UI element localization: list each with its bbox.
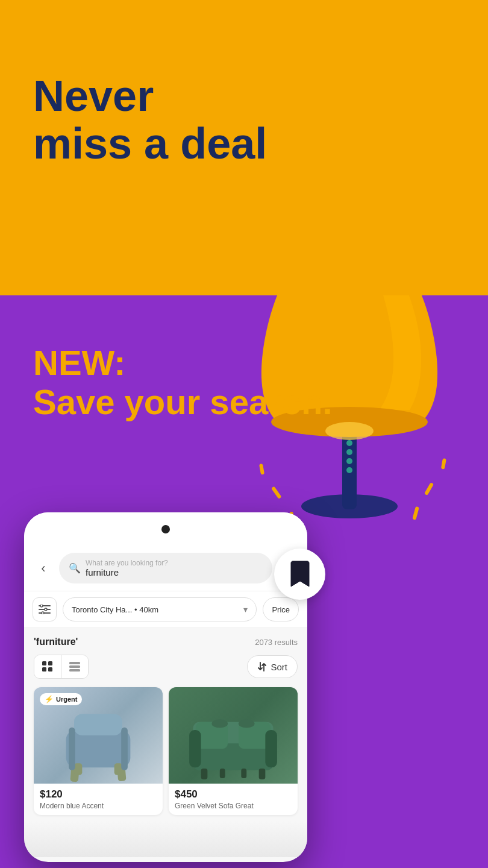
svg-point-7 <box>346 467 352 473</box>
headline-line2: miss a deal <box>33 120 267 168</box>
floating-bookmark-icon <box>288 561 312 588</box>
svg-point-5 <box>346 449 352 455</box>
svg-point-4 <box>346 440 352 446</box>
product-card-2[interactable]: $450 Green Velvet Sofa Great <box>169 687 298 815</box>
svg-rect-30 <box>69 669 80 671</box>
svg-rect-22 <box>45 608 47 611</box>
svg-rect-32 <box>74 714 122 735</box>
search-text-area: What are you looking for? furniture <box>86 559 168 577</box>
hero-purple-section: NEW: Save your search. ‹ 🔍 What are you … <box>0 295 488 868</box>
filter-button[interactable] <box>33 597 57 621</box>
search-placeholder: What are you looking for? <box>86 559 168 567</box>
results-header: 'furniture' 2073 results <box>34 637 298 647</box>
product-info-1: $120 Modern blue Accent <box>34 784 163 815</box>
urgent-bolt-icon: ⚡ <box>45 695 54 703</box>
product-title-1: Modern blue Accent <box>40 802 157 810</box>
svg-rect-48 <box>241 769 246 778</box>
svg-point-11 <box>325 422 374 440</box>
urgent-badge: ⚡ Urgent <box>40 693 82 705</box>
svg-rect-25 <box>48 661 52 665</box>
phone-top-bar <box>24 512 307 546</box>
svg-rect-36 <box>114 763 122 775</box>
svg-rect-20 <box>39 612 51 614</box>
phone-mockup: ‹ 🔍 What are you looking for? furniture … <box>24 512 307 862</box>
controls-row: Sort <box>34 655 298 679</box>
phone-search-area: ‹ 🔍 What are you looking for? furniture … <box>24 546 307 591</box>
svg-point-6 <box>346 458 352 464</box>
view-toggle <box>34 655 89 679</box>
svg-rect-21 <box>40 605 43 607</box>
location-filter[interactable]: Toronto City Ha... • 40km ▾ <box>63 597 257 621</box>
product-image-2 <box>169 687 298 784</box>
search-input-box[interactable]: 🔍 What are you looking for? furniture <box>59 553 272 583</box>
price-label: Price <box>272 605 290 614</box>
svg-point-49 <box>211 719 228 728</box>
urgent-label: Urgent <box>56 696 77 703</box>
svg-rect-15 <box>424 482 434 495</box>
svg-rect-14 <box>412 506 419 520</box>
filter-icon <box>39 605 51 614</box>
location-label: Toronto City Ha... • 40km <box>72 605 158 614</box>
svg-rect-46 <box>259 769 266 779</box>
search-icon: 🔍 <box>69 562 81 574</box>
svg-rect-28 <box>69 662 80 664</box>
back-icon: ‹ <box>41 561 45 576</box>
hero-yellow-section: Never miss a deal <box>0 0 488 295</box>
svg-rect-35 <box>74 763 82 775</box>
product-card-1[interactable]: ⚡ Urgent $120 Modern blue Accent <box>34 687 163 815</box>
svg-point-50 <box>239 719 255 728</box>
results-area: 'furniture' 2073 results <box>24 628 307 821</box>
search-value: furniture <box>86 567 168 577</box>
grid-icon <box>42 661 54 673</box>
product-title-2: Green Velvet Sofa Great <box>175 802 292 810</box>
svg-rect-16 <box>441 458 446 470</box>
svg-rect-44 <box>265 730 277 767</box>
new-label: NEW: <box>33 344 333 382</box>
filter-row: Toronto City Ha... • 40km ▾ Price <box>24 591 307 628</box>
search-term-label: 'furniture' <box>34 637 78 647</box>
phone-mockup-container: ‹ 🔍 What are you looking for? furniture … <box>24 512 307 862</box>
svg-rect-27 <box>48 667 52 671</box>
list-view-button[interactable] <box>61 655 88 678</box>
sort-button[interactable]: Sort <box>247 655 298 678</box>
phone-camera <box>161 525 170 533</box>
results-count: 2073 results <box>255 638 298 647</box>
chevron-down-icon: ▾ <box>243 605 248 614</box>
svg-rect-38 <box>121 728 128 770</box>
svg-rect-26 <box>42 667 46 671</box>
svg-rect-47 <box>220 769 225 778</box>
phone-bottom-fade <box>24 821 307 857</box>
product-info-2: $450 Green Velvet Sofa Great <box>169 784 298 815</box>
svg-rect-43 <box>189 730 201 767</box>
svg-rect-17 <box>259 464 264 475</box>
svg-rect-23 <box>42 612 44 614</box>
sort-icon <box>257 661 267 672</box>
back-button[interactable]: ‹ <box>34 559 53 578</box>
svg-rect-24 <box>42 661 46 665</box>
floating-bookmark-button[interactable] <box>274 549 325 600</box>
grid-view-button[interactable] <box>34 655 61 678</box>
svg-rect-29 <box>69 665 80 668</box>
list-icon <box>69 661 81 673</box>
product-price-2: $450 <box>175 788 292 800</box>
svg-rect-31 <box>66 730 131 767</box>
svg-rect-37 <box>69 728 75 770</box>
product-grid: ⚡ Urgent $120 Modern blue Accent <box>34 687 298 815</box>
purple-bottom-spacer <box>0 862 488 868</box>
price-filter[interactable]: Price <box>263 597 299 621</box>
new-feature-text: NEW: Save your search. <box>33 344 333 422</box>
headline-line1: Never <box>33 72 267 120</box>
save-search-description: Save your search. <box>33 382 333 423</box>
product-price-1: $120 <box>40 788 157 800</box>
sort-label: Sort <box>271 662 287 672</box>
svg-rect-13 <box>271 486 282 499</box>
svg-rect-45 <box>201 769 208 779</box>
hero-headline: Never miss a deal <box>33 72 267 168</box>
product-image-1: ⚡ Urgent <box>34 687 163 784</box>
